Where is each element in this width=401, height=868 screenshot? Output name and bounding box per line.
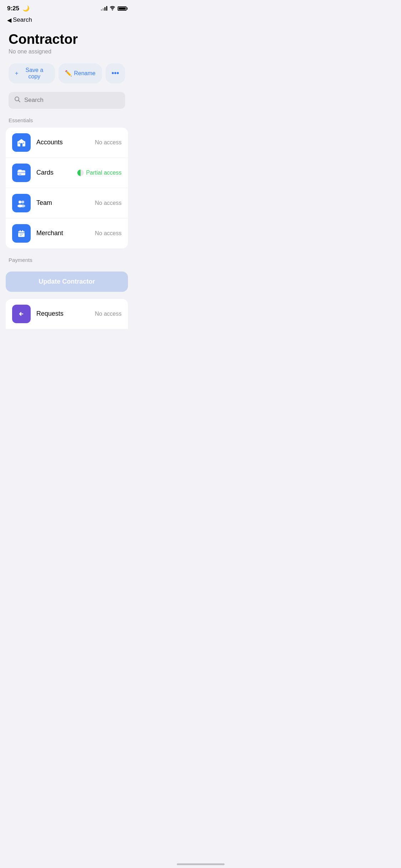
cards-access-status: Partial access <box>77 170 122 176</box>
svg-rect-9 <box>19 174 21 175</box>
merchant-label: Merchant <box>36 229 95 237</box>
requests-icon <box>12 305 31 323</box>
more-button[interactable]: ••• <box>106 63 125 83</box>
team-access-status: No access <box>95 200 122 206</box>
svg-rect-5 <box>19 143 20 144</box>
status-icons <box>101 6 127 11</box>
battery-icon <box>118 6 127 11</box>
svg-rect-6 <box>23 143 24 144</box>
update-contractor-button[interactable]: Update Contractor <box>6 272 128 292</box>
requests-access-status: No access <box>95 311 122 317</box>
accounts-icon <box>12 133 31 152</box>
search-input[interactable] <box>24 97 119 104</box>
back-search-button[interactable]: ◀ Search <box>7 16 32 24</box>
moon-icon: 🌙 <box>22 5 30 11</box>
list-item-merchant[interactable]: Merchant No access <box>6 218 128 248</box>
plus-icon: + <box>15 70 18 77</box>
save-copy-button[interactable]: + Save a copy <box>9 63 55 83</box>
page-subtitle: No one assigned <box>9 48 125 55</box>
cards-partial-label: Partial access <box>86 170 122 176</box>
cards-icon <box>12 164 31 182</box>
update-btn-container: Update Contractor <box>0 266 134 298</box>
svg-rect-19 <box>20 235 22 236</box>
list-item-team[interactable]: Team No access <box>6 188 128 218</box>
team-icon <box>12 194 31 212</box>
save-copy-label: Save a copy <box>20 67 48 80</box>
accounts-access-status: No access <box>95 139 122 146</box>
svg-line-2 <box>19 100 20 102</box>
list-item-accounts[interactable]: Accounts No access <box>6 128 128 158</box>
merchant-icon <box>12 224 31 243</box>
status-time: 9:25 🌙 <box>7 5 30 12</box>
svg-rect-4 <box>20 143 22 146</box>
wifi-icon <box>109 6 115 11</box>
back-arrow-icon: ◀ <box>7 17 11 24</box>
search-bar[interactable] <box>9 92 125 109</box>
nav-back[interactable]: ◀ Search <box>0 15 134 26</box>
rename-button[interactable]: ✏️ Rename <box>58 63 102 83</box>
svg-point-14 <box>20 205 25 207</box>
pencil-icon: ✏️ <box>65 70 72 77</box>
action-buttons: + Save a copy ✏️ Rename ••• <box>0 58 134 89</box>
essentials-section-label: Essentials <box>0 114 134 126</box>
svg-point-0 <box>112 10 113 11</box>
accounts-label: Accounts <box>36 139 95 146</box>
back-label: Search <box>13 16 32 24</box>
svg-point-11 <box>19 201 21 203</box>
search-container <box>0 89 134 114</box>
partial-icon <box>77 170 84 176</box>
list-item-requests[interactable]: Requests No access <box>6 299 128 329</box>
page-title: Contractor <box>9 32 125 47</box>
signal-bars-icon <box>101 6 107 11</box>
rename-label: Rename <box>74 70 96 77</box>
team-label: Team <box>36 199 95 207</box>
page-header: Contractor No one assigned <box>0 26 134 58</box>
cards-label: Cards <box>36 169 77 176</box>
svg-rect-18 <box>20 234 23 234</box>
svg-rect-10 <box>18 170 22 172</box>
requests-label: Requests <box>36 310 95 317</box>
merchant-access-status: No access <box>95 230 122 237</box>
more-label: ••• <box>112 69 119 77</box>
svg-point-12 <box>21 201 24 203</box>
payments-section-label: Payments <box>0 254 134 266</box>
status-bar: 9:25 🌙 <box>0 0 134 15</box>
list-item-cards[interactable]: Cards Partial access <box>6 158 128 188</box>
svg-rect-17 <box>22 230 23 232</box>
essentials-list: Accounts No access Cards Partial access <box>6 128 128 248</box>
search-icon <box>14 96 21 104</box>
svg-rect-16 <box>20 230 21 232</box>
